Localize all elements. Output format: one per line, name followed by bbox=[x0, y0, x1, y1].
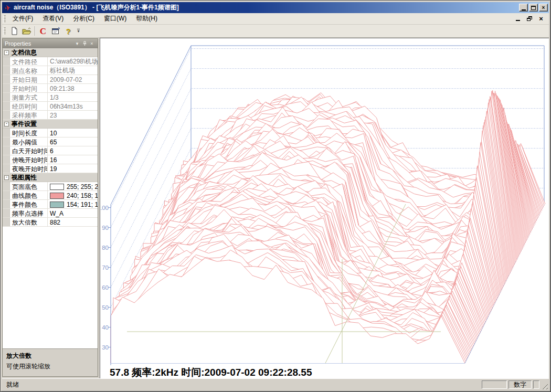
property-row-site-name[interactable]: 测点名称栎社机场 bbox=[3, 66, 98, 75]
menu-analyze[interactable]: 分析(C) bbox=[68, 13, 99, 25]
property-row-sample-rate[interactable]: 采样频率23 bbox=[3, 111, 98, 120]
toolbar-separator bbox=[35, 26, 35, 36]
calibrate-icon: C bbox=[40, 27, 46, 36]
panel-pin-button[interactable] bbox=[81, 40, 88, 47]
pin-icon bbox=[82, 41, 87, 46]
collapse-icon[interactable] bbox=[4, 50, 9, 55]
help-icon: ? bbox=[66, 27, 70, 36]
toolbar-overflow-button[interactable]: ▾ bbox=[76, 26, 81, 36]
property-row-min-threshold[interactable]: 最小阈值65 bbox=[3, 137, 98, 146]
panel-close-button[interactable]: × bbox=[88, 40, 96, 47]
property-row-file-path[interactable]: 文件路径C:\awa6298\机场 bbox=[3, 57, 98, 66]
maximize-button[interactable] bbox=[529, 4, 538, 12]
property-value[interactable]: 255; 255; 255 bbox=[48, 182, 98, 190]
section-document-info[interactable]: 文档信息 bbox=[3, 48, 98, 57]
property-value[interactable]: 65 bbox=[48, 137, 98, 146]
property-value[interactable]: 23 bbox=[48, 111, 98, 119]
minimize-icon bbox=[522, 9, 526, 10]
marker-readout-text: 57.8 频率:2kHz 时间:2009-07-02 09:22:28.55 bbox=[110, 367, 312, 378]
property-value[interactable]: 栎社机场 bbox=[48, 66, 98, 75]
property-row-elapsed-time[interactable]: 经历时间06h34m13s bbox=[3, 102, 98, 111]
y-axis-tick-label: 40 bbox=[102, 324, 109, 331]
section-view-properties[interactable]: 视图属性 bbox=[3, 173, 98, 182]
help-button[interactable]: ? bbox=[62, 25, 75, 37]
property-value[interactable]: 240; 158; 158 bbox=[48, 191, 98, 199]
property-value[interactable]: 10 bbox=[48, 129, 98, 137]
property-row-day-start[interactable]: 白天开始时间6 bbox=[3, 146, 98, 155]
menu-view[interactable]: 查看(V) bbox=[38, 13, 68, 25]
property-value[interactable]: 06h34m13s bbox=[48, 102, 98, 110]
status-pane-scroll bbox=[533, 380, 539, 389]
y-axis-tick-label: 80 bbox=[102, 245, 109, 251]
y-axis: 30405060708090100 bbox=[101, 205, 111, 365]
y-axis-tick-label: 70 bbox=[102, 264, 109, 271]
property-value[interactable]: W_A bbox=[48, 209, 98, 217]
calibrate-button[interactable]: C bbox=[37, 25, 49, 37]
collapse-icon[interactable] bbox=[4, 175, 9, 180]
property-value[interactable]: C:\awa6298\机场 bbox=[48, 57, 98, 66]
title-bar[interactable]: ✈ aircraft noise（ISO3891） - [飞机噪声分析1-事件1… bbox=[2, 2, 549, 13]
property-grid-empty-area bbox=[3, 227, 98, 348]
properties-panel-header[interactable]: Properties ▾ × bbox=[3, 39, 98, 48]
close-button[interactable]: × bbox=[539, 4, 548, 12]
property-row-frequency-select[interactable]: 频率点选择W_A bbox=[3, 209, 98, 218]
y-axis-tick-label: 60 bbox=[102, 284, 109, 291]
spectrum-chart-view[interactable]: 3040506070809010057.8 频率:2kHz 时间:2009-07… bbox=[100, 38, 549, 378]
section-event-settings[interactable]: 事件设置 bbox=[3, 120, 98, 129]
property-description-box: 放大倍数 可使用滚轮缩放 bbox=[3, 348, 98, 376]
property-value[interactable]: 19 bbox=[48, 164, 98, 173]
property-row-evening-start[interactable]: 傍晚开始时间16 bbox=[3, 155, 98, 164]
property-value[interactable]: 6 bbox=[48, 146, 98, 155]
property-label: 夜晚开始时间 bbox=[10, 164, 48, 173]
property-label: 测量方式 bbox=[10, 93, 48, 101]
property-value[interactable]: 154; 191; 187 bbox=[48, 200, 98, 208]
properties-icon bbox=[51, 27, 60, 35]
property-row-measure-mode[interactable]: 测量方式1/3 bbox=[3, 93, 98, 102]
maximize-icon bbox=[531, 6, 536, 10]
property-value[interactable]: 16 bbox=[48, 155, 98, 164]
property-row-event-color[interactable]: 事件颜色154; 191; 187 bbox=[3, 200, 98, 209]
waterfall-traces bbox=[111, 90, 545, 363]
resize-grip[interactable] bbox=[541, 383, 548, 389]
waterfall-chart[interactable]: 3040506070809010057.8 频率:2kHz 时间:2009-07… bbox=[101, 39, 550, 378]
property-row-start-time[interactable]: 开始时间09:21:38 bbox=[3, 84, 98, 93]
property-value[interactable]: 2009-07-02 bbox=[48, 75, 98, 83]
property-row-curve-color[interactable]: 曲线颜色240; 158; 158 bbox=[3, 191, 98, 200]
toolbar-grip[interactable] bbox=[3, 27, 6, 35]
property-value[interactable]: 1/3 bbox=[48, 93, 98, 101]
collapse-icon[interactable] bbox=[4, 122, 9, 126]
new-document-button[interactable] bbox=[8, 25, 20, 37]
property-row-start-date[interactable]: 开始日期2009-07-02 bbox=[3, 75, 98, 84]
property-label: 页面底色 bbox=[10, 182, 48, 190]
mdi-minimize-button[interactable] bbox=[514, 15, 522, 22]
menu-file[interactable]: 文件(F) bbox=[8, 13, 38, 25]
properties-button[interactable] bbox=[49, 25, 62, 37]
mdi-close-button[interactable]: × bbox=[537, 15, 545, 22]
property-row-zoom-factor[interactable]: 放大倍数882 bbox=[3, 218, 98, 227]
menubar-grip[interactable] bbox=[3, 15, 6, 23]
property-row-time-length[interactable]: 时间长度10 bbox=[3, 129, 98, 137]
property-label: 经历时间 bbox=[10, 102, 48, 110]
property-value[interactable]: 882 bbox=[48, 218, 98, 226]
menu-help[interactable]: 帮助(H) bbox=[131, 13, 162, 25]
properties-panel: Properties ▾ × 文档信息 文件路径C:\awa6298\机场 测点… bbox=[2, 38, 98, 377]
status-pane-caps bbox=[482, 380, 507, 389]
property-label: 开始时间 bbox=[10, 84, 48, 92]
status-text: 就绪 bbox=[3, 380, 480, 389]
toolbar: C ? ▾ bbox=[2, 25, 549, 38]
property-row-page-color[interactable]: 页面底色255; 255; 255 bbox=[3, 182, 98, 191]
property-label: 傍晚开始时间 bbox=[10, 155, 48, 164]
status-pane-num: 数字 bbox=[508, 380, 532, 389]
property-label: 采样频率 bbox=[10, 111, 48, 119]
property-label: 测点名称 bbox=[10, 66, 48, 75]
open-file-button[interactable] bbox=[20, 25, 33, 37]
properties-panel-title: Properties bbox=[5, 40, 73, 47]
property-row-night-start[interactable]: 夜晚开始时间19 bbox=[3, 164, 98, 173]
window-title: aircraft noise（ISO3891） - [飞机噪声分析1-事件1频谱… bbox=[14, 3, 519, 12]
property-value[interactable]: 09:21:38 bbox=[48, 84, 98, 92]
minimize-button[interactable] bbox=[519, 4, 528, 12]
mdi-minimize-icon bbox=[516, 20, 520, 21]
mdi-restore-button[interactable] bbox=[526, 15, 533, 22]
menu-window[interactable]: 窗口(W) bbox=[99, 13, 131, 25]
panel-menu-button[interactable]: ▾ bbox=[73, 40, 81, 47]
